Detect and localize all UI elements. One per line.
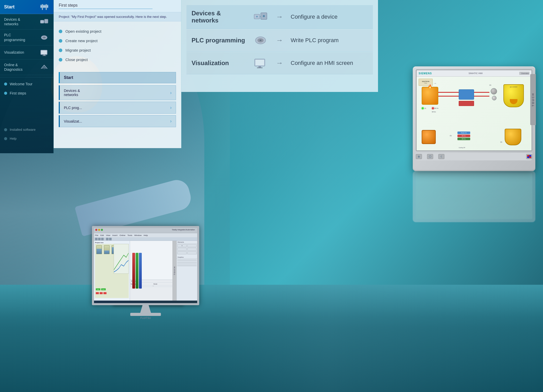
help-label: Help <box>10 137 17 140</box>
online-icon <box>39 63 49 71</box>
menu-item-online: Online <box>120 234 125 236</box>
help-dot <box>4 137 7 140</box>
installed-software-dot <box>4 128 7 131</box>
arrow-icon-3: → <box>276 59 283 67</box>
menu-item-view: View <box>106 234 110 236</box>
simatic-label: SIMATIC HMI <box>469 72 483 75</box>
sidebar-link-installed-software[interactable]: Installed software <box>0 125 53 134</box>
hmi-device: SIEMENS SIMATIC HMI Overview SENTRON Dat… <box>413 66 535 171</box>
hmi-back-button[interactable] <box>438 154 444 159</box>
svg-rect-0 <box>40 6 48 7</box>
tia-software-title: Totally Integrated Automation <box>172 229 195 231</box>
visualization-icon <box>39 49 49 56</box>
hmi-home-button[interactable] <box>416 154 422 159</box>
wf-plc-title: PLC programming <box>192 37 248 44</box>
svg-rect-2 <box>40 7 48 8</box>
nav-label-open: Open existing project <box>65 29 101 33</box>
hmi-screen: SIEMENS SIMATIC HMI Overview SENTRON Dat… <box>416 69 532 151</box>
workflow-card-visualization[interactable]: Visualization → Configure an HMI screen <box>186 52 373 74</box>
sidebar-link-help[interactable]: Help <box>0 134 53 143</box>
nav-list: Open existing project Create new project… <box>54 21 181 69</box>
desk-reflection <box>0 285 543 392</box>
svg-point-20 <box>263 15 265 17</box>
sidebar-item-online-label: Online &Diagnostics <box>4 63 22 72</box>
monitor-base <box>130 313 161 316</box>
start-icon <box>39 3 49 11</box>
workflow-vis-label: Visualizat... <box>64 119 82 123</box>
main-header: First steps <box>54 0 181 12</box>
svg-point-24 <box>260 40 261 41</box>
workflow-box-devices[interactable]: Devices &networks › <box>59 85 176 100</box>
plc-icon <box>39 34 49 41</box>
first-steps-label: First steps <box>10 91 26 95</box>
project-info: Project: "My First Project" was opened s… <box>54 12 181 21</box>
tia-content: Project tree <box>94 241 197 301</box>
svg-rect-1 <box>40 5 48 6</box>
hmi-reflection <box>413 171 535 222</box>
workflow-start-label: Start <box>64 75 73 80</box>
workflow-box-plc[interactable]: PLC prog... › <box>59 102 176 114</box>
svg-rect-33 <box>529 157 531 158</box>
start-label: Start <box>4 4 15 10</box>
svg-rect-14 <box>42 55 46 56</box>
workflow-box-start[interactable]: Start <box>59 72 176 83</box>
menu-item-window: Window <box>134 234 141 236</box>
wf-plc-action: Write PLC program <box>291 37 339 44</box>
svg-rect-4 <box>46 4 47 10</box>
wf-devices-action: Configure a device <box>291 14 337 20</box>
sidebar-panel: Start Devices &networks PLCprogramming <box>0 0 54 153</box>
nav-dot-migrate <box>59 49 62 52</box>
project-info-text: Project: "My First Project" was opened s… <box>59 15 167 19</box>
monitor-screen: Totally Integrated Automation File Edit … <box>92 226 199 305</box>
wf-vis-title: Visualization <box>192 60 248 67</box>
nav-item-open-project[interactable]: Open existing project <box>59 27 176 36</box>
nav-item-create-project[interactable]: Create new project <box>59 36 176 45</box>
menu-item-file: File <box>95 234 98 236</box>
nav-label-migrate: Migrate project <box>65 48 91 52</box>
workflow-devices-label: Devices &networks <box>64 89 80 97</box>
sidebar-item-online-diagnostics[interactable]: Online &Diagnostics <box>0 60 53 75</box>
hmi-flag-button[interactable] <box>526 154 532 159</box>
wf-vis-action: Configure an HMI screen <box>291 60 353 66</box>
installed-software-label: Installed software <box>10 128 36 132</box>
workflow-card-devices[interactable]: Devices &networks → Configure a device <box>186 5 373 29</box>
workflow-box-vis[interactable]: Visualizat... › <box>59 115 176 127</box>
desk-surface <box>0 285 543 392</box>
sidebar-item-visualization[interactable]: Visualization <box>0 45 53 60</box>
svg-point-10 <box>44 37 45 38</box>
nav-item-close-project[interactable]: Close project <box>59 55 176 64</box>
svg-rect-6 <box>44 19 48 23</box>
monitor-touch-label: TOUCH <box>174 266 175 275</box>
start-button[interactable]: Start <box>0 0 53 14</box>
devices-icon <box>39 18 49 26</box>
hmi-bottom-bar <box>416 153 532 160</box>
devices-card-icon <box>253 10 268 23</box>
menu-item-insert: Insert <box>112 234 117 236</box>
right-panel: Devices &networks → Configure a device P… <box>181 0 378 92</box>
nav-dot-close <box>59 58 62 62</box>
hmi-menu-button[interactable] <box>427 154 433 159</box>
siemens-logo: SIEMENS <box>419 72 432 75</box>
workflow-plc-label: PLC prog... <box>64 106 82 110</box>
nav-item-migrate-project[interactable]: Migrate project <box>59 45 176 55</box>
welcome-tour-dot <box>4 82 7 86</box>
monitor-stand <box>138 305 153 313</box>
svg-rect-30 <box>527 155 529 157</box>
monitor-container: Totally Integrated Automation File Edit … <box>92 226 199 320</box>
sidebar-item-plc[interactable]: PLCprogramming <box>0 30 53 45</box>
sidebar-link-welcome-tour[interactable]: Welcome Tour <box>0 79 53 89</box>
menu-item-help: Help <box>144 234 148 236</box>
sidebar-item-vis-label: Visualization <box>4 50 24 55</box>
sidebar-link-first-steps[interactable]: First steps <box>0 89 53 98</box>
monitor-brand: FUJITSU <box>92 317 199 319</box>
sidebar-item-devices-networks[interactable]: Devices &networks <box>0 14 53 30</box>
main-title: First steps <box>59 3 78 7</box>
sidebar-divider-1 <box>0 77 53 77</box>
tia-toolbar: Totally Integrated Automation <box>94 228 197 233</box>
svg-rect-5 <box>40 20 44 23</box>
arrow-icon-1: → <box>276 13 283 21</box>
svg-rect-32 <box>527 157 529 158</box>
svg-point-29 <box>429 156 431 158</box>
nav-label-close: Close project <box>65 57 88 62</box>
workflow-card-plc[interactable]: PLC programming → Write PLC program <box>186 29 373 52</box>
